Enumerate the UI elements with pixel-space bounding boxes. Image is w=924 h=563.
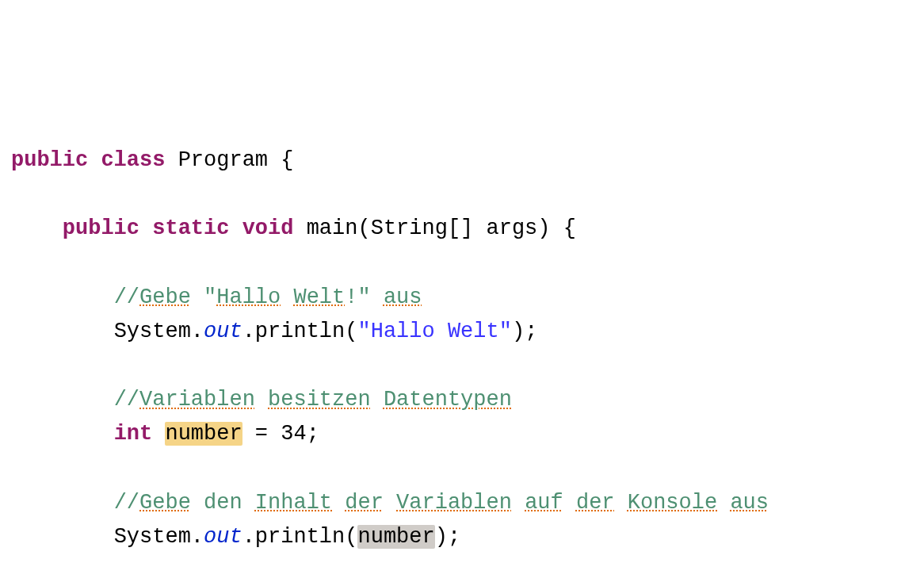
comment-excl: ! (345, 285, 357, 309)
code-comment-1: //Gebe "Hallo Welt!" aus (11, 285, 422, 309)
comment-word: besitzen (268, 388, 371, 412)
keyword-void: void (242, 216, 294, 240)
equals: = (255, 422, 268, 446)
semicolon: ; (448, 525, 460, 549)
paren-open: ( (345, 320, 357, 343)
comment-word: der (345, 491, 384, 515)
paren-open: ( (345, 525, 357, 549)
code-comment-2: //Variablen besitzen Datentypen (11, 388, 512, 412)
param-type: String[] (371, 216, 474, 240)
dot: . (242, 320, 255, 343)
comment-quote: " (357, 285, 370, 309)
method-println: println (255, 320, 345, 343)
var-number-ref: number (357, 525, 434, 549)
comment-word: Gebe (139, 285, 191, 309)
comment-word: aus (384, 285, 422, 309)
keyword-class: class (101, 148, 165, 172)
int-literal: 34 (281, 422, 306, 446)
comment-word: auf (525, 491, 563, 515)
keyword-public: public (11, 148, 88, 172)
comment-space (191, 491, 204, 515)
comment-quote: " (204, 285, 216, 309)
string-word: Welt (448, 320, 499, 343)
code-line-1: public class Program { (11, 148, 293, 172)
paren-open: ( (357, 216, 370, 240)
paren-close: ) (435, 525, 448, 549)
comment-word: Variablen (139, 388, 255, 412)
dot: . (191, 320, 204, 343)
comment-space (384, 491, 396, 515)
comment-word: Konsole (628, 491, 717, 515)
paren-close: ) (537, 216, 550, 240)
string-word: Hallo (371, 320, 435, 343)
string-space (435, 320, 448, 343)
comment-word: aus (730, 491, 769, 515)
keyword-int: int (114, 422, 153, 446)
string-quote: " (357, 320, 370, 343)
code-editor[interactable]: public class Program { public static voi… (11, 144, 913, 563)
var-number: number (165, 422, 242, 446)
comment-word: Welt (293, 285, 345, 309)
keyword-static: static (152, 216, 229, 240)
comment-space (281, 285, 293, 309)
string-quote: " (499, 320, 512, 343)
keyword-public: public (63, 216, 139, 240)
method-println: println (255, 525, 345, 549)
comment-word: Hallo (216, 285, 281, 309)
code-comment-3: //Gebe den Inhalt der Variablen auf der … (11, 491, 769, 515)
comment-space (371, 388, 384, 412)
comment-space (191, 285, 204, 309)
brace-open: { (281, 148, 293, 172)
param-name: args (487, 216, 538, 240)
field-out: out (204, 320, 242, 343)
comment-space (563, 491, 576, 515)
brace-open: { (563, 216, 576, 240)
dot: . (242, 525, 255, 549)
code-line-2: public static void main(String[] args) { (11, 216, 576, 240)
code-stmt-1: System.out.println("Hallo Welt"); (11, 320, 537, 343)
paren-close: ) (512, 320, 525, 343)
comment-word: Datentypen (384, 388, 512, 412)
comment-space (717, 491, 730, 515)
semicolon: ; (307, 422, 319, 446)
obj-system: System (114, 525, 191, 549)
comment-space (332, 491, 345, 515)
dot: . (191, 525, 204, 549)
code-stmt-2: int number = 34; (11, 422, 319, 446)
obj-system: System (114, 320, 191, 343)
class-name: Program (178, 148, 268, 172)
comment-word: Gebe (139, 491, 191, 515)
comment-prefix: // (114, 388, 139, 412)
semicolon: ; (525, 320, 537, 343)
comment-word: den (204, 491, 242, 515)
comment-space (255, 388, 268, 412)
comment-prefix: // (114, 491, 139, 515)
comment-space (371, 285, 384, 309)
method-name: main (307, 216, 358, 240)
comment-prefix: // (114, 285, 139, 309)
field-out: out (204, 525, 242, 549)
comment-word: Variablen (396, 491, 512, 515)
code-stmt-3: System.out.println(number); (11, 525, 460, 549)
comment-word: Inhalt (255, 491, 332, 515)
comment-space (512, 491, 525, 515)
comment-word: der (576, 491, 615, 515)
comment-space (615, 491, 628, 515)
comment-space (242, 491, 255, 515)
